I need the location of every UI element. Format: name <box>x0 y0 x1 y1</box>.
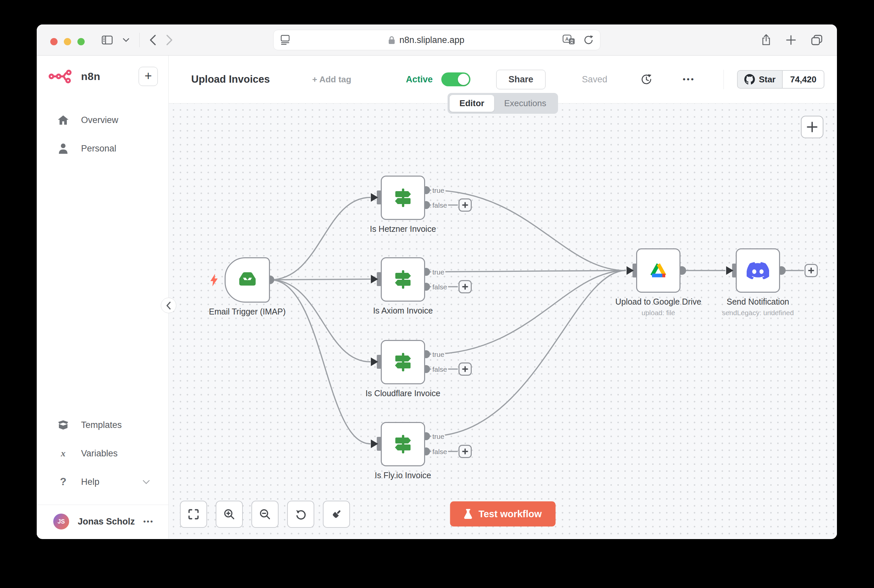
flask-icon <box>464 508 472 519</box>
workflow-canvas[interactable]: true false true false true false true fa… <box>169 104 837 539</box>
node-is-cloudflare-invoice[interactable]: Is Cloudflare Invoice <box>381 340 425 384</box>
tab-overview-icon[interactable] <box>811 35 822 45</box>
user-menu-button[interactable]: ••• <box>143 517 154 526</box>
svg-text:true: true <box>432 186 444 194</box>
tidy-up-button[interactable] <box>323 501 350 528</box>
node-label: Is Cloudflare Invoice <box>327 388 479 398</box>
brand-name: n8n <box>81 70 100 82</box>
collapse-sidebar-button[interactable] <box>161 298 176 313</box>
star-label: Star <box>759 74 776 85</box>
sidebar-item-personal[interactable]: Personal <box>37 134 168 163</box>
zoom-window-button[interactable] <box>77 38 85 45</box>
browser-window: n8n.sliplane.app A <box>37 24 837 539</box>
node-is-hetzner-invoice[interactable]: Is Hetzner Invoice <box>381 176 425 220</box>
user-row[interactable]: JS Jonas Scholz ••• <box>37 505 168 539</box>
test-workflow-label: Test workflow <box>478 508 542 519</box>
toolbar-divider <box>139 33 140 47</box>
inbox-icon <box>225 258 269 302</box>
node-email-trigger[interactable]: Email Trigger (IMAP) <box>225 257 270 303</box>
url-text: n8n.sliplane.app <box>399 35 464 45</box>
add-node-button[interactable] <box>458 363 472 376</box>
view-tabs: Editor Executions <box>448 93 558 114</box>
add-node-button[interactable] <box>458 280 472 293</box>
sidebar-item-templates[interactable]: Templates <box>37 411 168 439</box>
active-label: Active <box>406 74 433 85</box>
reset-zoom-button[interactable] <box>287 501 314 528</box>
sidebar: n8n + Overview <box>37 56 169 539</box>
zoom-in-button[interactable] <box>216 501 243 528</box>
svg-text:false: false <box>432 365 447 373</box>
home-icon <box>57 115 69 125</box>
forward-button[interactable] <box>166 34 173 46</box>
svg-text:A: A <box>565 36 569 42</box>
zoom-to-fit-button[interactable] <box>180 501 207 528</box>
address-bar[interactable]: n8n.sliplane.app A <box>273 30 601 50</box>
chevron-down-icon <box>143 480 150 484</box>
star-count: 74,420 <box>783 70 824 88</box>
node-label: Email Trigger (IMAP) <box>171 307 324 316</box>
sidebar-item-label: Templates <box>81 420 122 430</box>
question-icon: ? <box>57 476 69 488</box>
new-workflow-button[interactable]: + <box>139 67 158 86</box>
traffic-lights <box>50 38 85 45</box>
back-button[interactable] <box>150 34 156 46</box>
add-node-panel-button[interactable] <box>801 116 823 138</box>
sidebar-chevron-icon[interactable] <box>123 38 129 42</box>
svg-text:?: ? <box>60 476 66 488</box>
node-is-axiom-invoice[interactable]: Is Axiom Invoice <box>381 257 425 302</box>
add-tag-button[interactable]: + Add tag <box>312 74 351 85</box>
svg-text:true: true <box>432 433 444 440</box>
browser-toolbar: n8n.sliplane.app A <box>37 24 837 56</box>
add-node-button[interactable] <box>458 198 472 212</box>
signpost-icon <box>382 341 424 383</box>
minimize-window-button[interactable] <box>64 38 71 45</box>
lightning-icon <box>210 274 218 286</box>
zoom-out-button[interactable] <box>251 501 279 528</box>
user-name: Jonas Scholz <box>78 517 135 527</box>
node-label: Is Fly.io Invoice <box>327 471 479 480</box>
add-node-button[interactable] <box>458 445 472 458</box>
tab-executions[interactable]: Executions <box>494 95 556 112</box>
node-upload-google-drive[interactable]: Upload to Google Drive upload: file <box>636 248 680 292</box>
node-is-flyio-invoice[interactable]: Is Fly.io Invoice <box>381 422 425 466</box>
canvas-controls <box>180 501 350 528</box>
add-node-button[interactable] <box>805 264 818 277</box>
node-label: Send Notification <box>682 297 834 307</box>
translate-icon[interactable]: A <box>562 34 576 46</box>
svg-text:true: true <box>432 268 444 276</box>
reader-view-icon[interactable] <box>280 34 290 46</box>
share-button[interactable]: Share <box>496 70 545 89</box>
sidebar-item-help[interactable]: ? Help <box>37 468 168 496</box>
reload-icon[interactable] <box>584 35 593 45</box>
new-tab-icon[interactable] <box>786 35 796 45</box>
avatar[interactable]: JS <box>53 514 69 530</box>
node-label: Is Axiom Invoice <box>327 306 479 315</box>
node-send-notification[interactable]: Send Notification sendLegacy: undefined <box>736 248 780 292</box>
share-page-icon[interactable] <box>761 34 771 46</box>
sidebar-item-variables[interactable]: x Variables <box>37 439 168 468</box>
history-icon[interactable] <box>640 74 652 86</box>
more-options-button[interactable]: ••• <box>683 75 695 84</box>
sidebar-item-label: Personal <box>81 144 116 154</box>
sidebar-item-label: Variables <box>81 448 118 459</box>
connections-layer: true false true false true false true fa… <box>169 104 837 539</box>
n8n-logo-icon <box>49 68 77 85</box>
svg-text:false: false <box>432 448 447 455</box>
person-icon <box>57 143 69 154</box>
signpost-icon <box>382 258 424 301</box>
lock-icon <box>388 35 395 45</box>
svg-text:false: false <box>432 201 447 209</box>
close-window-button[interactable] <box>50 38 57 45</box>
signpost-icon <box>382 177 424 219</box>
tab-editor[interactable]: Editor <box>450 95 494 112</box>
node-sublabel: sendLegacy: undefined <box>682 309 834 317</box>
active-toggle[interactable] <box>441 72 470 86</box>
variable-x-icon: x <box>57 449 69 458</box>
sidebar-toggle-icon[interactable] <box>102 35 113 45</box>
workflow-title[interactable]: Upload Invoices <box>191 74 270 86</box>
github-icon <box>744 74 755 85</box>
sidebar-item-overview[interactable]: Overview <box>37 106 168 134</box>
github-star-widget[interactable]: Star 74,420 <box>737 70 824 88</box>
test-workflow-button[interactable]: Test workflow <box>450 501 556 526</box>
svg-text:false: false <box>432 283 447 291</box>
